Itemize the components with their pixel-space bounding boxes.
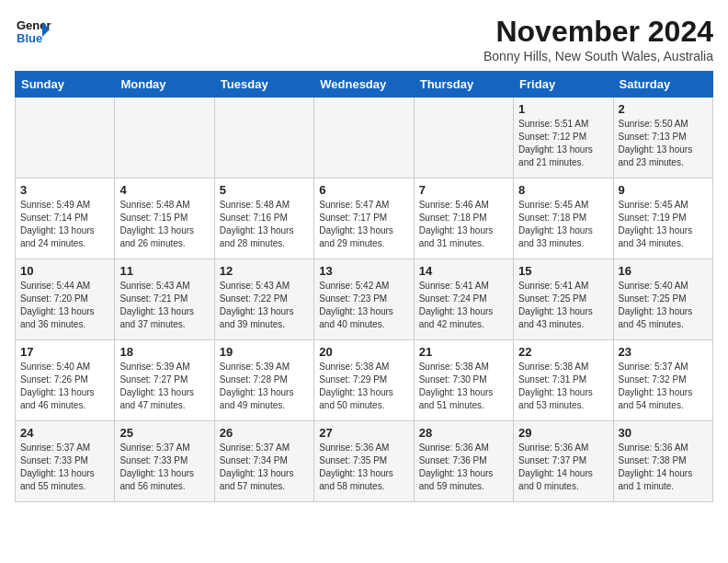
day-number: 11 [119, 264, 209, 278]
calendar-row: 10Sunrise: 5:44 AM Sunset: 7:20 PM Dayli… [16, 259, 713, 340]
calendar-body: 1Sunrise: 5:51 AM Sunset: 7:12 PM Daylig… [16, 98, 713, 502]
calendar-cell: 10Sunrise: 5:44 AM Sunset: 7:20 PM Dayli… [16, 259, 115, 340]
day-number: 28 [419, 426, 508, 440]
day-info: Sunrise: 5:36 AM Sunset: 7:38 PM Dayligh… [619, 442, 708, 493]
day-info: Sunrise: 5:38 AM Sunset: 7:30 PM Dayligh… [419, 361, 508, 412]
calendar-cell: 9Sunrise: 5:45 AM Sunset: 7:19 PM Daylig… [613, 178, 712, 259]
weekday-header-cell: Thursday [414, 72, 513, 98]
day-number: 4 [119, 183, 209, 197]
day-number: 3 [20, 183, 109, 197]
calendar-cell: 16Sunrise: 5:40 AM Sunset: 7:25 PM Dayli… [613, 259, 712, 340]
weekday-header-row: SundayMondayTuesdayWednesdayThursdayFrid… [16, 72, 713, 98]
calendar-cell: 15Sunrise: 5:41 AM Sunset: 7:25 PM Dayli… [514, 259, 613, 340]
day-number: 12 [220, 264, 309, 278]
day-info: Sunrise: 5:46 AM Sunset: 7:18 PM Dayligh… [419, 199, 508, 250]
calendar-cell: 22Sunrise: 5:38 AM Sunset: 7:31 PM Dayli… [514, 340, 613, 421]
day-info: Sunrise: 5:41 AM Sunset: 7:25 PM Dayligh… [518, 280, 608, 331]
calendar-cell: 4Sunrise: 5:48 AM Sunset: 7:15 PM Daylig… [115, 178, 214, 259]
day-number: 23 [619, 345, 708, 359]
day-number: 9 [619, 183, 708, 197]
day-info: Sunrise: 5:39 AM Sunset: 7:28 PM Dayligh… [220, 361, 309, 412]
weekday-header-cell: Saturday [613, 72, 712, 98]
day-number: 26 [220, 426, 309, 440]
day-info: Sunrise: 5:51 AM Sunset: 7:12 PM Dayligh… [518, 118, 608, 169]
day-number: 10 [20, 264, 109, 278]
day-number: 29 [518, 426, 608, 440]
calendar-row: 24Sunrise: 5:37 AM Sunset: 7:33 PM Dayli… [16, 421, 713, 502]
day-info: Sunrise: 5:37 AM Sunset: 7:33 PM Dayligh… [119, 442, 209, 493]
day-number: 8 [518, 183, 608, 197]
calendar-cell: 13Sunrise: 5:42 AM Sunset: 7:23 PM Dayli… [314, 259, 414, 340]
calendar-cell: 26Sunrise: 5:37 AM Sunset: 7:34 PM Dayli… [214, 421, 313, 502]
weekday-header-cell: Tuesday [214, 72, 313, 98]
svg-text:Blue: Blue [17, 31, 42, 45]
calendar-cell: 12Sunrise: 5:43 AM Sunset: 7:22 PM Dayli… [214, 259, 313, 340]
logo: General Blue [15, 15, 51, 48]
calendar-cell: 3Sunrise: 5:49 AM Sunset: 7:14 PM Daylig… [16, 178, 115, 259]
day-info: Sunrise: 5:50 AM Sunset: 7:13 PM Dayligh… [619, 118, 708, 169]
day-info: Sunrise: 5:48 AM Sunset: 7:15 PM Dayligh… [119, 199, 209, 250]
day-number: 7 [419, 183, 508, 197]
calendar-cell [16, 98, 115, 178]
calendar-cell: 23Sunrise: 5:37 AM Sunset: 7:32 PM Dayli… [613, 340, 712, 421]
calendar-cell: 11Sunrise: 5:43 AM Sunset: 7:21 PM Dayli… [115, 259, 214, 340]
day-info: Sunrise: 5:37 AM Sunset: 7:33 PM Dayligh… [20, 442, 109, 493]
calendar-cell [314, 98, 414, 178]
day-number: 18 [119, 345, 209, 359]
calendar-cell: 30Sunrise: 5:36 AM Sunset: 7:38 PM Dayli… [613, 421, 712, 502]
weekday-header-cell: Friday [514, 72, 613, 98]
month-title: November 2024 [483, 15, 713, 49]
day-number: 6 [319, 183, 408, 197]
calendar-cell [214, 98, 313, 178]
day-number: 17 [20, 345, 109, 359]
day-info: Sunrise: 5:36 AM Sunset: 7:37 PM Dayligh… [518, 442, 608, 493]
day-info: Sunrise: 5:45 AM Sunset: 7:18 PM Dayligh… [518, 199, 608, 250]
day-number: 25 [119, 426, 209, 440]
day-number: 1 [518, 102, 608, 116]
day-info: Sunrise: 5:45 AM Sunset: 7:19 PM Dayligh… [619, 199, 708, 250]
calendar-cell: 8Sunrise: 5:45 AM Sunset: 7:18 PM Daylig… [514, 178, 613, 259]
day-info: Sunrise: 5:47 AM Sunset: 7:17 PM Dayligh… [319, 199, 408, 250]
calendar-row: 1Sunrise: 5:51 AM Sunset: 7:12 PM Daylig… [16, 98, 713, 178]
calendar-cell: 6Sunrise: 5:47 AM Sunset: 7:17 PM Daylig… [314, 178, 414, 259]
day-info: Sunrise: 5:42 AM Sunset: 7:23 PM Dayligh… [319, 280, 408, 331]
location: Bonny Hills, New South Wales, Australia [483, 49, 713, 63]
calendar-cell: 2Sunrise: 5:50 AM Sunset: 7:13 PM Daylig… [613, 98, 712, 178]
calendar-cell: 7Sunrise: 5:46 AM Sunset: 7:18 PM Daylig… [414, 178, 513, 259]
weekday-header-cell: Monday [115, 72, 214, 98]
calendar-table: SundayMondayTuesdayWednesdayThursdayFrid… [15, 71, 713, 502]
calendar-row: 17Sunrise: 5:40 AM Sunset: 7:26 PM Dayli… [16, 340, 713, 421]
day-number: 27 [319, 426, 408, 440]
day-info: Sunrise: 5:43 AM Sunset: 7:22 PM Dayligh… [220, 280, 309, 331]
day-number: 5 [220, 183, 309, 197]
day-info: Sunrise: 5:44 AM Sunset: 7:20 PM Dayligh… [20, 280, 109, 331]
calendar-cell: 28Sunrise: 5:36 AM Sunset: 7:36 PM Dayli… [414, 421, 513, 502]
weekday-header-cell: Wednesday [314, 72, 414, 98]
calendar-cell: 27Sunrise: 5:36 AM Sunset: 7:35 PM Dayli… [314, 421, 414, 502]
calendar-cell: 1Sunrise: 5:51 AM Sunset: 7:12 PM Daylig… [514, 98, 613, 178]
day-number: 20 [319, 345, 408, 359]
day-info: Sunrise: 5:36 AM Sunset: 7:35 PM Dayligh… [319, 442, 408, 493]
day-info: Sunrise: 5:36 AM Sunset: 7:36 PM Dayligh… [419, 442, 508, 493]
day-info: Sunrise: 5:41 AM Sunset: 7:24 PM Dayligh… [419, 280, 508, 331]
day-number: 21 [419, 345, 508, 359]
day-info: Sunrise: 5:37 AM Sunset: 7:34 PM Dayligh… [220, 442, 309, 493]
calendar-row: 3Sunrise: 5:49 AM Sunset: 7:14 PM Daylig… [16, 178, 713, 259]
calendar-cell: 20Sunrise: 5:38 AM Sunset: 7:29 PM Dayli… [314, 340, 414, 421]
day-number: 22 [518, 345, 608, 359]
day-info: Sunrise: 5:37 AM Sunset: 7:32 PM Dayligh… [619, 361, 708, 412]
calendar-cell: 21Sunrise: 5:38 AM Sunset: 7:30 PM Dayli… [414, 340, 513, 421]
day-number: 2 [619, 102, 708, 116]
weekday-header-cell: Sunday [16, 72, 115, 98]
day-info: Sunrise: 5:49 AM Sunset: 7:14 PM Dayligh… [20, 199, 109, 250]
calendar-cell [414, 98, 513, 178]
calendar-cell: 14Sunrise: 5:41 AM Sunset: 7:24 PM Dayli… [414, 259, 513, 340]
logo-icon: General Blue [15, 15, 51, 48]
calendar-cell: 5Sunrise: 5:48 AM Sunset: 7:16 PM Daylig… [214, 178, 313, 259]
day-number: 30 [619, 426, 708, 440]
day-info: Sunrise: 5:39 AM Sunset: 7:27 PM Dayligh… [119, 361, 209, 412]
calendar-cell: 17Sunrise: 5:40 AM Sunset: 7:26 PM Dayli… [16, 340, 115, 421]
calendar-cell: 25Sunrise: 5:37 AM Sunset: 7:33 PM Dayli… [115, 421, 214, 502]
day-info: Sunrise: 5:48 AM Sunset: 7:16 PM Dayligh… [220, 199, 309, 250]
calendar-cell: 29Sunrise: 5:36 AM Sunset: 7:37 PM Dayli… [514, 421, 613, 502]
